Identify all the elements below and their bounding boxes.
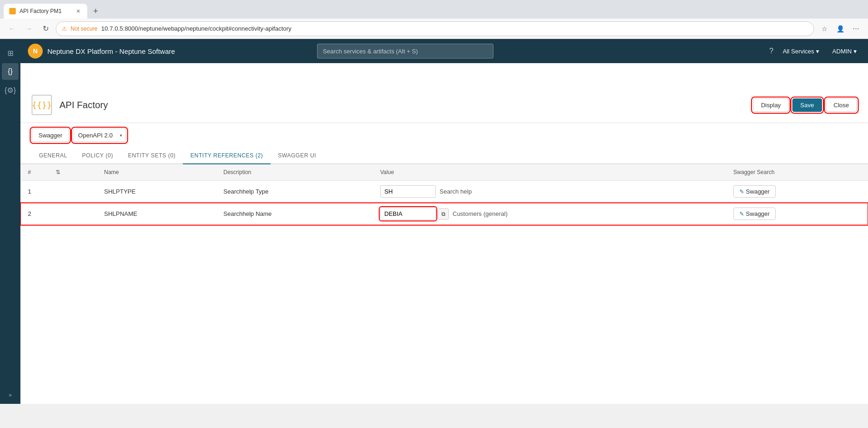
row2-sort xyxy=(48,203,97,225)
openapi-select-input[interactable]: OpenAPI 2.0 OpenAPI 3.0 xyxy=(73,129,126,142)
entity-references-table: # ⇅ Name Description Value Swagger Searc… xyxy=(20,164,868,225)
col-header-sort: ⇅ xyxy=(48,164,97,181)
row1-num: 1 xyxy=(20,181,48,203)
col-header-swagger-search: Swagger Search xyxy=(726,164,868,181)
address-bar[interactable]: ⚠ Not secure 10.7.0.5:8000/neptune/webap… xyxy=(56,21,814,36)
app-logo: N xyxy=(28,44,43,58)
row1-edit-icon: ✎ xyxy=(739,188,744,195)
header-right: ? All Services ▾ ADMIN ▾ xyxy=(769,46,861,57)
content-panel: N Neptune DX Platform - Neptune Software… xyxy=(20,39,868,404)
col-header-value: Value xyxy=(373,164,726,181)
app-header: N Neptune DX Platform - Neptune Software… xyxy=(20,39,868,63)
tab-entity-sets[interactable]: ENTITY SETS (0) xyxy=(121,148,183,164)
browser-actions: ☆ 👤 ⋯ xyxy=(818,22,862,35)
row1-swagger-label: Swagger xyxy=(746,188,770,195)
row1-value-label: Search help xyxy=(440,188,472,195)
all-services-button[interactable]: All Services ▾ xyxy=(779,46,823,57)
row2-description: Searchhelp Name xyxy=(216,203,373,225)
row2-swagger-label: Swagger xyxy=(746,210,770,217)
app-title: Neptune DX Platform - Neptune Software xyxy=(47,47,175,55)
all-services-label: All Services xyxy=(783,48,814,55)
bookmark-star-button[interactable]: ☆ xyxy=(818,22,831,35)
row2-value-wrapper: ⧉ Customers (general) xyxy=(380,208,719,220)
table-row: 1 SHLPTYPE Searchhelp Type Search help xyxy=(20,181,868,203)
row1-sort xyxy=(48,181,97,203)
row1-name: SHLPTYPE xyxy=(97,181,216,203)
swagger-button[interactable]: Swagger xyxy=(32,129,69,142)
row2-ext-link-button[interactable]: ⧉ xyxy=(438,208,449,220)
forward-button[interactable]: → xyxy=(22,22,35,35)
header-search-area xyxy=(317,44,493,58)
table-header-row: # ⇅ Name Description Value Swagger Searc… xyxy=(20,164,868,181)
browser-tab-bar: API Factory PM1 ✕ + xyxy=(0,0,868,19)
panel-title: API Factory xyxy=(59,100,753,110)
row2-num: 2 xyxy=(20,203,48,225)
sidebar-icon-grid[interactable]: ⊞ xyxy=(2,45,19,61)
address-text: 10.7.0.5:8000/neptune/webapp/neptune/coc… xyxy=(101,25,808,32)
row2-edit-icon: ✎ xyxy=(739,211,744,217)
row1-value-input[interactable] xyxy=(380,185,436,198)
admin-button[interactable]: ADMIN ▾ xyxy=(829,46,861,57)
admin-chevron: ▾ xyxy=(854,48,857,55)
main-content: N Neptune DX Platform - Neptune Software… xyxy=(20,39,868,404)
header-search-input[interactable] xyxy=(317,44,493,58)
display-button[interactable]: Display xyxy=(753,98,789,112)
row2-swagger-button[interactable]: ✎ Swagger xyxy=(733,208,776,220)
openapi-dropdown[interactable]: OpenAPI 2.0 OpenAPI 3.0 ▾ xyxy=(73,129,126,142)
profile-button[interactable]: 👤 xyxy=(834,22,847,35)
col-header-description: Description xyxy=(216,164,373,181)
row2-swagger-cell: ✎ Swagger xyxy=(726,203,868,225)
sidebar-icon-settings[interactable]: {⚙} xyxy=(2,82,19,98)
back-button[interactable]: ← xyxy=(6,22,19,35)
row2-name: SHLPNAME xyxy=(97,203,216,225)
table-row: 2 SHLPNAME Searchhelp Name ⧉ Customers (… xyxy=(20,203,868,225)
panel-body: {{}} API Factory Display Save Close Swag… xyxy=(20,87,868,225)
tab-entity-references[interactable]: ENTITY REFERENCES (2) xyxy=(183,148,270,164)
panel-icon-symbol: {{}} xyxy=(32,100,52,110)
panel-actions: Display Save Close xyxy=(753,98,857,112)
row1-description: Searchhelp Type xyxy=(216,181,373,203)
new-tab-button[interactable]: + xyxy=(89,5,102,18)
tab-swagger-ui[interactable]: SWAGGER UI xyxy=(271,148,324,164)
tabs-bar: GENERAL POLICY (0) ENTITY SETS (0) ENTIT… xyxy=(20,148,868,164)
row2-value-input[interactable] xyxy=(380,208,436,220)
row1-swagger-button[interactable]: ✎ Swagger xyxy=(733,185,776,198)
col-header-name: Name xyxy=(97,164,216,181)
close-button[interactable]: Close xyxy=(826,98,857,112)
row2-value-label: Customers (general) xyxy=(453,210,508,217)
all-services-chevron: ▾ xyxy=(816,48,819,55)
tab-policy[interactable]: POLICY (0) xyxy=(75,148,121,164)
left-sidebar: ⊞ {} {⚙} » xyxy=(0,39,20,404)
refresh-button[interactable]: ↻ xyxy=(39,22,52,35)
row1-value-cell: Search help xyxy=(373,181,726,203)
col-header-num: # xyxy=(20,164,48,181)
save-button[interactable]: Save xyxy=(792,98,822,112)
row1-value-wrapper: Search help xyxy=(380,185,719,198)
app-logo-area: N Neptune DX Platform - Neptune Software xyxy=(28,44,175,58)
app-layout: ⊞ {} {⚙} » N Neptune DX Platform - Neptu… xyxy=(0,39,868,404)
tab-general[interactable]: GENERAL xyxy=(32,148,75,164)
swagger-bar: Swagger OpenAPI 2.0 OpenAPI 3.0 ▾ xyxy=(20,123,868,148)
sidebar-icon-api[interactable]: {} xyxy=(2,63,19,80)
tab-favicon xyxy=(9,8,16,14)
browser-controls: ← → ↻ ⚠ Not secure 10.7.0.5:8000/neptune… xyxy=(0,19,868,39)
security-icon: ⚠ xyxy=(62,26,67,32)
tab-title: API Factory PM1 xyxy=(19,8,62,14)
admin-label: ADMIN xyxy=(832,48,852,55)
table-wrapper: # ⇅ Name Description Value Swagger Searc… xyxy=(20,164,868,225)
panel-icon: {{}} xyxy=(32,95,52,115)
tab-close-button[interactable]: ✕ xyxy=(74,7,82,15)
more-button[interactable]: ⋯ xyxy=(849,22,862,35)
sidebar-expand-button[interactable]: » xyxy=(9,392,12,398)
row1-swagger-cell: ✎ Swagger xyxy=(726,181,868,203)
row2-value-cell: ⧉ Customers (general) xyxy=(373,203,726,225)
security-label: Not secure xyxy=(71,26,97,32)
browser-tab[interactable]: API Factory PM1 ✕ xyxy=(4,4,87,19)
help-button[interactable]: ? xyxy=(769,47,773,55)
openapi-select-wrapper: OpenAPI 2.0 OpenAPI 3.0 ▾ xyxy=(73,129,126,142)
panel-header: {{}} API Factory Display Save Close xyxy=(20,87,868,123)
